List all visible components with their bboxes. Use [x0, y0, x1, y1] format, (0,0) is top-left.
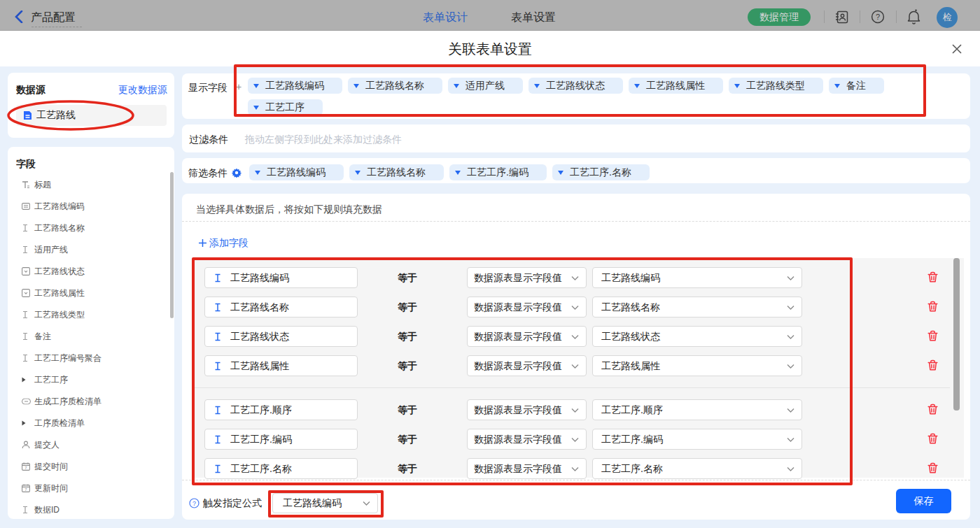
svg-text:7: 7	[24, 487, 27, 492]
svg-text:?: ?	[876, 13, 880, 21]
svg-text:7: 7	[24, 466, 27, 470]
svg-text:?: ?	[192, 500, 196, 507]
